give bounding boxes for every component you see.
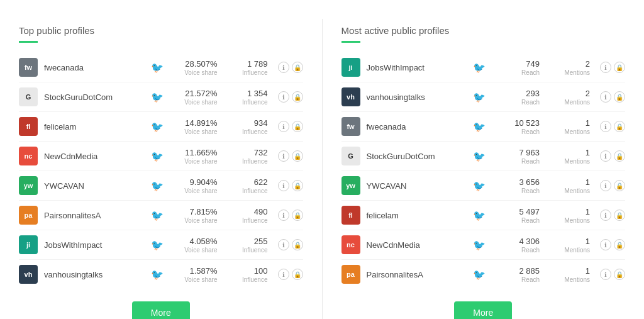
- influence-label: Influence: [224, 187, 268, 194]
- mentions-stat: 1 Mentions: [546, 118, 590, 135]
- left-more-button[interactable]: More: [132, 301, 190, 319]
- influence-stat: 1 354 Influence: [224, 89, 268, 106]
- right-more-button[interactable]: More: [454, 301, 512, 319]
- lock-icon[interactable]: 🔒: [292, 210, 303, 221]
- voice-share-stat: 14.891% Voice share: [174, 118, 218, 135]
- voice-share-stat: 11.665% Voice share: [174, 148, 218, 165]
- avatar: ji: [341, 58, 360, 77]
- reach-stat: 4 306 Reach: [496, 237, 540, 254]
- info-icon[interactable]: ℹ: [278, 62, 289, 73]
- reach-value: 749: [496, 59, 540, 69]
- influence-label: Influence: [224, 128, 268, 135]
- info-icon[interactable]: ℹ: [600, 269, 611, 280]
- lock-icon[interactable]: 🔒: [292, 180, 303, 191]
- info-icon[interactable]: ℹ: [278, 180, 289, 191]
- influence-stat: 490 Influence: [224, 207, 268, 224]
- lock-icon[interactable]: 🔒: [292, 150, 303, 162]
- info-icon[interactable]: ℹ: [600, 91, 611, 103]
- reach-stat: 3 656 Reach: [496, 177, 540, 194]
- lock-icon[interactable]: 🔒: [614, 91, 625, 103]
- voice-share-value: 11.665%: [174, 148, 218, 157]
- avatar: yw: [341, 176, 360, 195]
- twitter-icon: 🐦: [151, 269, 164, 281]
- lock-icon[interactable]: 🔒: [614, 239, 625, 250]
- influence-stat: 1 789 Influence: [224, 59, 268, 76]
- profile-name: YWCAVAN: [44, 181, 151, 191]
- voice-share-label: Voice share: [174, 128, 218, 135]
- twitter-icon: 🐦: [473, 239, 486, 251]
- table-row: ji JobsWithImpact 🐦 749 Reach 2 Mentions…: [341, 53, 626, 82]
- influence-label: Influence: [224, 99, 268, 106]
- mentions-value: 2: [546, 89, 590, 98]
- lock-icon[interactable]: 🔒: [614, 150, 625, 162]
- lock-icon[interactable]: 🔒: [292, 269, 303, 280]
- info-icon[interactable]: ℹ: [278, 210, 289, 221]
- left-panel-underline: [19, 41, 38, 43]
- voice-share-stat: 21.572% Voice share: [174, 89, 218, 106]
- voice-share-stat: 9.904% Voice share: [174, 177, 218, 194]
- lock-icon[interactable]: 🔒: [614, 210, 625, 221]
- info-icon[interactable]: ℹ: [600, 62, 611, 73]
- lock-icon[interactable]: 🔒: [614, 62, 625, 73]
- mentions-value: 1: [546, 148, 590, 157]
- info-icon[interactable]: ℹ: [278, 239, 289, 250]
- lock-icon[interactable]: 🔒: [292, 121, 303, 132]
- info-icon[interactable]: ℹ: [600, 180, 611, 191]
- mentions-stat: 1 Mentions: [546, 177, 590, 194]
- twitter-icon: 🐦: [473, 121, 486, 133]
- reach-value: 293: [496, 89, 540, 98]
- twitter-icon: 🐦: [473, 210, 486, 221]
- avatar: vh: [341, 87, 360, 106]
- profile-name: fwecanada: [367, 122, 474, 132]
- avatar: yw: [19, 176, 38, 195]
- lock-icon[interactable]: 🔒: [614, 180, 625, 191]
- twitter-icon: 🐦: [473, 62, 486, 74]
- info-icon[interactable]: ℹ: [600, 239, 611, 250]
- info-icon[interactable]: ℹ: [600, 121, 611, 132]
- right-panel-title: Most active public profiles: [341, 25, 626, 36]
- twitter-icon: 🐦: [151, 239, 164, 251]
- info-icon[interactable]: ℹ: [600, 210, 611, 221]
- twitter-icon: 🐦: [151, 150, 164, 162]
- mentions-value: 1: [546, 237, 590, 246]
- influence-value: 100: [224, 266, 268, 276]
- action-icons: ℹ 🔒: [278, 91, 303, 103]
- lock-icon[interactable]: 🔒: [614, 121, 625, 132]
- lock-icon[interactable]: 🔒: [292, 62, 303, 73]
- lock-icon[interactable]: 🔒: [614, 269, 625, 280]
- table-row: yw YWCAVAN 🐦 9.904% Voice share 622 Infl…: [19, 171, 303, 201]
- lock-icon[interactable]: 🔒: [292, 91, 303, 103]
- action-icons: ℹ 🔒: [278, 239, 303, 250]
- avatar: G: [19, 87, 38, 106]
- influence-value: 255: [224, 237, 268, 246]
- mentions-stat: 1 Mentions: [546, 237, 590, 254]
- reach-value: 3 656: [496, 177, 540, 187]
- reach-stat: 293 Reach: [496, 89, 540, 106]
- table-row: pa PairsonnalitesA 🐦 7.815% Voice share …: [19, 201, 303, 230]
- info-icon[interactable]: ℹ: [278, 269, 289, 280]
- avatar: G: [341, 147, 360, 165]
- action-icons: ℹ 🔒: [278, 269, 303, 280]
- info-icon[interactable]: ℹ: [600, 150, 611, 162]
- avatar: fl: [341, 206, 360, 225]
- profile-name: felicelam: [44, 122, 151, 132]
- lock-icon[interactable]: 🔒: [292, 239, 303, 250]
- info-icon[interactable]: ℹ: [278, 91, 289, 103]
- action-icons: ℹ 🔒: [600, 150, 625, 162]
- voice-share-label: Voice share: [174, 69, 218, 76]
- voice-share-stat: 28.507% Voice share: [174, 59, 218, 76]
- info-icon[interactable]: ℹ: [278, 150, 289, 162]
- influence-value: 732: [224, 148, 268, 157]
- table-row: ji JobsWithImpact 🐦 4.058% Voice share 2…: [19, 230, 303, 260]
- voice-share-label: Voice share: [174, 247, 218, 254]
- influence-stat: 255 Influence: [224, 237, 268, 254]
- reach-stat: 749 Reach: [496, 59, 540, 76]
- influence-stat: 934 Influence: [224, 118, 268, 135]
- voice-share-value: 7.815%: [174, 207, 218, 216]
- info-icon[interactable]: ℹ: [278, 121, 289, 132]
- voice-share-label: Voice share: [174, 217, 218, 224]
- reach-label: Reach: [496, 217, 540, 224]
- action-icons: ℹ 🔒: [600, 210, 625, 221]
- profile-name: StockGuruDotCom: [367, 152, 474, 161]
- reach-value: 4 306: [496, 237, 540, 246]
